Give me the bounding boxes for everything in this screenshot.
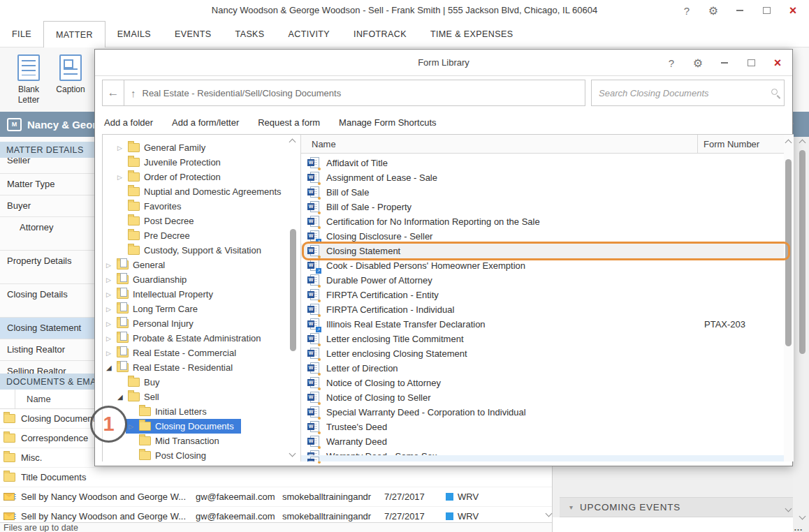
chevron-up-icon[interactable] [289, 139, 296, 146]
overflow-dots[interactable]: … [794, 522, 803, 532]
tab-file[interactable]: FILE [0, 21, 43, 47]
tree-item-nuptial-and-domestic-agreements[interactable]: Nuptial and Domestic Agreements [103, 184, 300, 199]
tree-item-long-term-care[interactable]: ▷Long Term Care [103, 302, 300, 316]
tree-item-general-family[interactable]: ▷General Family [103, 140, 300, 155]
email-row[interactable]: Sell by Nancy Woodson and George W...gw@… [0, 487, 552, 507]
form-row-bill-of-sale-property[interactable]: WBill of Sale - Property [301, 200, 784, 214]
chevron-right-icon[interactable]: ▷ [106, 262, 117, 269]
tree-item-sell[interactable]: ◢Sell [103, 390, 300, 404]
form-row-trustee-s-deed[interactable]: WTrustee's Deed [301, 420, 784, 434]
chevron-up-icon[interactable] [799, 140, 806, 147]
action-add-a-folder[interactable]: Add a folder [104, 117, 153, 128]
action-add-a-form-letter[interactable]: Add a form/letter [172, 117, 239, 128]
chevron-right-icon[interactable]: ▷ [106, 320, 117, 327]
folder-row-title-documents[interactable]: Title Documents [0, 468, 552, 487]
chevron-right-icon[interactable]: ▷ [106, 276, 117, 283]
tab-infotrack[interactable]: INFOTRACK [342, 21, 418, 47]
chevron-expanded-icon[interactable]: ◢ [117, 393, 128, 401]
sidebar-item-seller[interactable]: Seller [0, 158, 94, 174]
tab-matter[interactable]: MATTER [43, 21, 105, 47]
tree-scrollbar[interactable] [288, 137, 298, 458]
tab-activity[interactable]: ACTIVITY [277, 21, 342, 47]
sidebar-item-closing-statement[interactable]: Closing Statement [0, 318, 94, 339]
sidebar-item-selling-realtor[interactable]: Selling Realtor [0, 361, 94, 375]
tree-item-order-of-protection[interactable]: ▷Order of Protection [103, 170, 300, 184]
tree-item-post-decree[interactable]: Post Decree [103, 214, 300, 228]
tree-item-pre-decree[interactable]: Pre Decree [103, 228, 300, 243]
sidebar-item-closing-details[interactable]: Closing Details [0, 284, 94, 318]
action-request-a-form[interactable]: Request a form [258, 117, 320, 128]
list-scrollbar-thumb[interactable] [785, 159, 792, 346]
search-input[interactable] [592, 80, 784, 105]
tree-item-personal-injury[interactable]: ▷Personal Injury [103, 316, 300, 331]
form-row-letter-of-direction[interactable]: WLetter of Direction [301, 361, 784, 376]
form-number-column-header[interactable]: Form Number [697, 135, 784, 154]
minimize-icon[interactable] [711, 52, 738, 73]
tree-item-post-closing[interactable]: Post Closing [103, 448, 300, 461]
tree-item-juvenile-protection[interactable]: Juvenile Protection [103, 155, 300, 170]
tool-caption[interactable]: Caption [49, 54, 92, 95]
form-row-illinois-real-estate-transfer-declaration[interactable]: W↗Illinois Real Estate Transfer Declarat… [301, 317, 784, 332]
tab-time-expenses[interactable]: TIME & EXPENSES [418, 21, 525, 47]
tree-item-initial-letters[interactable]: Initial Letters [103, 404, 300, 419]
documents-name-column-header[interactable]: Name [15, 394, 51, 404]
name-column-header[interactable]: Name [301, 139, 697, 149]
help-icon[interactable]: ? [658, 52, 685, 73]
form-row-cook-disabled-persons-homeowner-exemption[interactable]: W↗Cook - Disabled Persons' Homeowner Exe… [301, 258, 784, 273]
chevron-expanded-icon[interactable]: ◢ [106, 364, 117, 371]
maximize-icon[interactable] [753, 0, 780, 21]
tree-item-closing-documents[interactable]: ▷Closing Documents [103, 419, 300, 434]
chevron-right-icon[interactable]: ▷ [106, 306, 117, 313]
tab-events[interactable]: EVENTS [163, 21, 223, 47]
tree-item-mid-transaction[interactable]: Mid Transaction [103, 434, 300, 448]
search-icon[interactable] [771, 89, 778, 95]
chevron-right-icon[interactable]: ▷ [117, 145, 128, 152]
form-row-affidavit-of-title[interactable]: WAffidavit of Title [301, 156, 784, 170]
chevron-down-icon[interactable] [289, 450, 296, 457]
form-row-warranty-deed[interactable]: WWarranty Deed [301, 434, 784, 449]
sidebar-item-buyer[interactable]: Buyer [0, 195, 94, 217]
gear-icon[interactable]: ⚙ [700, 0, 727, 21]
tree-item-custody-support-visitation[interactable]: Custody, Support & Visitation [103, 243, 300, 258]
close-icon[interactable]: × [764, 52, 791, 73]
sidebar-item-matter-type[interactable]: Matter Type [0, 174, 94, 195]
close-icon[interactable]: × [780, 0, 806, 21]
action-manage-form-shortcuts[interactable]: Manage Form Shortcuts [339, 117, 436, 128]
sidebar-item-attorney[interactable]: Attorney [0, 217, 94, 251]
form-row-firpta-certification-entity[interactable]: WFIRPTA Certification - Entity [301, 288, 784, 302]
forms-list-scrollbar[interactable] [784, 135, 794, 461]
up-folder-icon[interactable]: ↑ [131, 87, 136, 99]
form-row-closing-disclosure-seller[interactable]: W↗Closing Disclosure - Seller [301, 229, 784, 244]
form-row-special-warranty-deed-corporation-to-individual[interactable]: WSpecial Warranty Deed - Corporation to … [301, 405, 784, 420]
tree-item-buy[interactable]: Buy [103, 375, 300, 390]
form-row-durable-power-of-attorney[interactable]: WDurable Power of Attorney [301, 273, 784, 288]
tool-blank-letter[interactable]: Blank Letter [7, 54, 50, 105]
sidebar-item-listing-realtor[interactable]: Listing Realtor [0, 339, 94, 361]
chevron-down-icon[interactable] [799, 513, 806, 520]
chevron-right-icon[interactable]: ▷ [106, 335, 117, 342]
main-scrollbar-thumb[interactable] [799, 150, 806, 354]
tab-emails[interactable]: EMAILS [105, 21, 163, 47]
gear-icon[interactable]: ⚙ [685, 52, 711, 73]
upcoming-events-header[interactable]: ▾ UPCOMING EVENTS [560, 497, 794, 517]
tree-item-favorites[interactable]: Favorites [103, 199, 300, 214]
form-row-assignment-of-lease-sale[interactable]: WAssignment of Lease - Sale [301, 170, 784, 185]
form-row-firpta-certification-individual[interactable]: WFIRPTA Certification - Individual [301, 302, 784, 317]
form-row-letter-enclosing-closing-statement[interactable]: WLetter enclosing Closing Statement [301, 346, 784, 361]
form-row-bill-of-sale[interactable]: WBill of Sale [301, 185, 784, 200]
tree-scrollbar-thumb[interactable] [290, 229, 296, 351]
main-scrollbar[interactable] [797, 137, 808, 532]
form-row-certification-for-no-information-reporting-on-the-sale[interactable]: WCertification for No Information Report… [301, 214, 784, 229]
tree-item-real-estate-commercial[interactable]: ▷Real Estate - Commercial [103, 346, 300, 360]
tree-item-probate-estate-administration[interactable]: ▷Probate & Estate Administration [103, 331, 300, 346]
breadcrumb-bar[interactable]: ↑ Real Estate - Residential/Sell/Closing… [124, 80, 585, 106]
tab-tasks[interactable]: TASKS [224, 21, 277, 47]
tree-item-guardianship[interactable]: ▷Guardianship [103, 272, 300, 287]
chevron-right-icon[interactable]: ▷ [106, 350, 117, 357]
chevron-right-icon[interactable]: ▷ [106, 291, 117, 298]
form-row-notice-of-closing-to-attorney[interactable]: WNotice of Closing to Attorney [301, 376, 784, 390]
tree-item-real-estate-residential[interactable]: ◢Real Estate - Residential [103, 360, 300, 375]
back-button[interactable]: ← [102, 80, 124, 106]
chevron-up-icon[interactable] [785, 140, 792, 147]
chevron-right-icon[interactable]: ▷ [129, 423, 139, 430]
